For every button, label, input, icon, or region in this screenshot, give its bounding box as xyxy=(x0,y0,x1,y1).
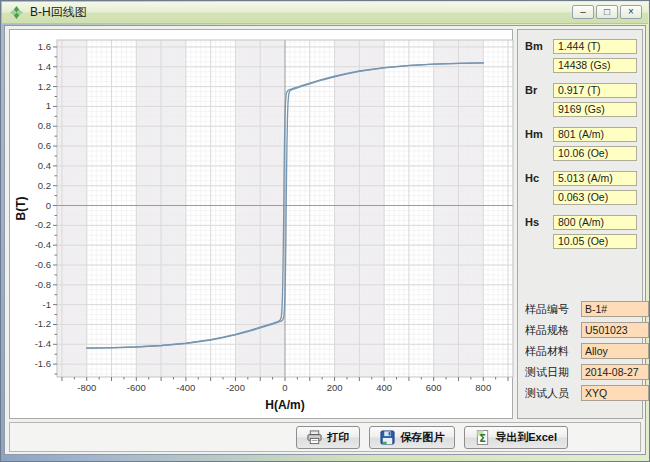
sample-id-row: 样品编号 xyxy=(525,301,649,317)
sample-spec-field[interactable] xyxy=(581,322,649,338)
hs-label: Hs xyxy=(525,215,553,253)
sample-spec-label: 样品规格 xyxy=(525,323,581,338)
export-excel-button[interactable]: Σ 导出到Excel xyxy=(464,426,568,449)
floppy-disk-icon xyxy=(380,430,395,445)
sample-material-label: 样品材料 xyxy=(525,344,581,359)
measurement-group-hm: Hm 801 (A/m) 10.06 (Oe) xyxy=(525,127,637,165)
titlebar[interactable]: B-H回线图 – □ × xyxy=(2,2,648,24)
results-panel: Bm 1.444 (T) 14438 (Gs) Br 0.917 (T) 916… xyxy=(517,29,643,419)
app-icon xyxy=(9,5,24,20)
print-button[interactable]: 打印 xyxy=(296,426,360,449)
minimize-icon: – xyxy=(580,7,586,17)
tester-row: 测试人员 xyxy=(525,385,649,401)
svg-text:800: 800 xyxy=(475,382,491,393)
test-date-field[interactable] xyxy=(581,364,649,380)
sample-id-field[interactable] xyxy=(581,301,649,317)
svg-text:-1.6: -1.6 xyxy=(35,358,51,369)
y-axis-title: B(T) xyxy=(14,197,28,221)
svg-text:400: 400 xyxy=(376,382,392,393)
svg-text:0.8: 0.8 xyxy=(38,120,51,131)
window-controls: – □ × xyxy=(572,5,642,19)
export-excel-button-label: 导出到Excel xyxy=(495,430,557,445)
test-date-row: 测试日期 xyxy=(525,364,649,380)
hs-am-value: 800 (A/m) xyxy=(553,215,637,230)
window-title: B-H回线图 xyxy=(30,4,87,21)
tester-label: 测试人员 xyxy=(525,386,581,401)
test-date-label: 测试日期 xyxy=(525,365,581,380)
svg-text:600: 600 xyxy=(426,382,442,393)
print-button-label: 打印 xyxy=(327,430,349,445)
hc-am-value: 5.013 (A/m) xyxy=(553,171,637,186)
svg-text:-0.6: -0.6 xyxy=(35,259,51,270)
svg-text:200: 200 xyxy=(327,382,343,393)
hc-oe-value: 0.063 (Oe) xyxy=(553,190,637,205)
bh-hysteresis-chart: -800-600-400-20002004006008001.61.41.210… xyxy=(10,30,514,420)
svg-text:1.2: 1.2 xyxy=(38,81,51,92)
save-image-button[interactable]: 保存图片 xyxy=(369,426,455,449)
svg-text:-1: -1 xyxy=(43,299,51,310)
br-label: Br xyxy=(525,83,553,121)
svg-text:-0.8: -0.8 xyxy=(35,279,51,290)
close-button[interactable]: × xyxy=(620,5,642,19)
hm-label: Hm xyxy=(525,127,553,165)
svg-text:-0.4: -0.4 xyxy=(35,239,51,250)
app-window: B-H回线图 – □ × -800-600-400-20002004006008… xyxy=(0,0,650,462)
svg-text:-800: -800 xyxy=(77,382,96,393)
svg-text:1.6: 1.6 xyxy=(38,41,51,52)
x-axis-title: H(A/m) xyxy=(265,398,304,412)
measurement-group-hc: Hc 5.013 (A/m) 0.063 (Oe) xyxy=(525,171,637,209)
measurement-list: Bm 1.444 (T) 14438 (Gs) Br 0.917 (T) 916… xyxy=(525,39,637,259)
hm-am-value: 801 (A/m) xyxy=(553,127,637,142)
sample-material-field[interactable] xyxy=(581,343,649,359)
svg-text:0: 0 xyxy=(282,382,287,393)
chart-panel: -800-600-400-20002004006008001.61.41.210… xyxy=(9,29,513,419)
svg-text:Σ: Σ xyxy=(479,432,486,443)
svg-text:0.4: 0.4 xyxy=(38,160,51,171)
maximize-button[interactable]: □ xyxy=(596,5,618,19)
hs-oe-value: 10.05 (Oe) xyxy=(553,234,637,249)
button-bar: 打印 保存图片 xyxy=(9,422,641,452)
svg-text:-600: -600 xyxy=(127,382,146,393)
svg-text:-400: -400 xyxy=(176,382,195,393)
excel-sigma-icon: Σ xyxy=(475,430,490,445)
content-area: -800-600-400-20002004006008001.61.41.210… xyxy=(4,25,646,455)
tester-field[interactable] xyxy=(581,385,649,401)
hm-oe-value: 10.06 (Oe) xyxy=(553,146,637,161)
svg-text:1.4: 1.4 xyxy=(38,61,51,72)
bm-label: Bm xyxy=(525,39,553,77)
measurement-group-bm: Bm 1.444 (T) 14438 (Gs) xyxy=(525,39,637,77)
svg-text:-1.4: -1.4 xyxy=(35,338,51,349)
sample-info: 样品编号 样品规格 样品材料 测试日期 测试人员 xyxy=(525,301,649,406)
minimize-button[interactable]: – xyxy=(572,5,594,19)
printer-icon xyxy=(307,430,322,445)
svg-text:-200: -200 xyxy=(226,382,245,393)
save-image-button-label: 保存图片 xyxy=(400,430,444,445)
svg-text:1: 1 xyxy=(46,100,51,111)
close-icon: × xyxy=(628,7,634,17)
maximize-icon: □ xyxy=(604,7,610,17)
sample-spec-row: 样品规格 xyxy=(525,322,649,338)
bm-tesla-value: 1.444 (T) xyxy=(553,39,637,54)
svg-text:0.2: 0.2 xyxy=(38,180,51,191)
br-gauss-value: 9169 (Gs) xyxy=(553,102,637,117)
sample-material-row: 样品材料 xyxy=(525,343,649,359)
bm-gauss-value: 14438 (Gs) xyxy=(553,58,637,73)
svg-text:-0.2: -0.2 xyxy=(35,219,51,230)
hc-label: Hc xyxy=(525,171,553,209)
br-tesla-value: 0.917 (T) xyxy=(553,83,637,98)
measurement-group-hs: Hs 800 (A/m) 10.05 (Oe) xyxy=(525,215,637,253)
sample-id-label: 样品编号 xyxy=(525,302,581,317)
svg-text:0.6: 0.6 xyxy=(38,140,51,151)
svg-text:-1.2: -1.2 xyxy=(35,318,51,329)
measurement-group-br: Br 0.917 (T) 9169 (Gs) xyxy=(525,83,637,121)
svg-text:0: 0 xyxy=(46,200,51,211)
